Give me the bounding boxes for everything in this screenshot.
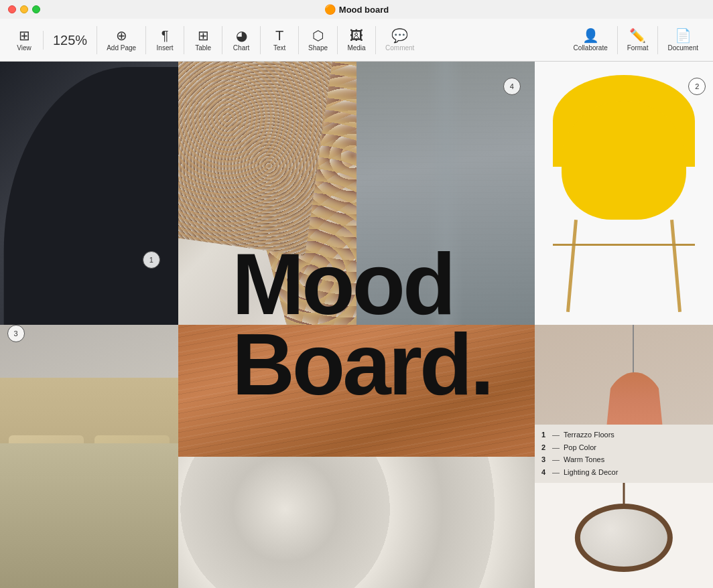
cell-mirror[interactable] bbox=[535, 483, 713, 588]
lamp-pendant-wire bbox=[633, 325, 634, 380]
badge-2: 2 bbox=[688, 78, 706, 95]
shape-icon: ⬡ bbox=[312, 29, 324, 42]
add-page-button[interactable]: ⊕ Add Page bbox=[101, 26, 141, 54]
legend-item-3: 3 — Warm Tones bbox=[541, 453, 706, 466]
chair-leg-1 bbox=[566, 220, 578, 311]
legend-item-2: 2 — Pop Color bbox=[541, 441, 706, 454]
fur-texture bbox=[178, 457, 535, 589]
concrete-wall bbox=[356, 62, 535, 325]
toolbar: ⊞ View 125% 125% ⊕ Add Page ¶ Insert ⊞ T… bbox=[0, 19, 713, 62]
document-group: 📄 Document bbox=[657, 26, 708, 54]
format-icon: ✏️ bbox=[629, 29, 646, 42]
app-icon: 🟠 bbox=[324, 4, 336, 15]
badge-1: 1 bbox=[143, 251, 160, 269]
shape-group: ⬡ Shape bbox=[298, 26, 337, 54]
chair-leg-2 bbox=[670, 220, 682, 311]
minimize-button[interactable] bbox=[20, 5, 28, 13]
cell-b2-wood[interactable] bbox=[178, 325, 535, 457]
zoom-group: 125% 125% bbox=[43, 31, 96, 50]
chart-group: ◕ Chart bbox=[222, 26, 260, 54]
media-button[interactable]: 🖼 Media bbox=[342, 26, 371, 54]
cell-2-terrazzo[interactable] bbox=[178, 62, 356, 325]
chair-curve bbox=[3, 67, 178, 325]
insert-group: ¶ Insert bbox=[145, 26, 184, 54]
collaborate-icon: 👤 bbox=[582, 29, 599, 42]
top-row bbox=[0, 62, 713, 325]
bottom-row: 1 — Terrazzo Floors 2 — Pop Color 3 — Wa… bbox=[0, 325, 713, 588]
view-button[interactable]: ⊞ View bbox=[9, 26, 39, 54]
close-button[interactable] bbox=[8, 5, 16, 13]
title-text: Mood board bbox=[339, 5, 389, 15]
cell-b1-couch[interactable] bbox=[0, 325, 178, 588]
text-button[interactable]: T Text bbox=[265, 26, 294, 54]
wood-grain-texture bbox=[178, 325, 535, 457]
titlebar: 🟠 Mood board bbox=[0, 0, 713, 19]
insert-button[interactable]: ¶ Insert bbox=[150, 26, 180, 54]
canvas: 1 — Terrazzo Floors 2 — Pop Color 3 — Wa… bbox=[0, 62, 713, 588]
zoom-icon: 125% bbox=[53, 33, 87, 47]
zoom-button[interactable]: 125% 125% bbox=[48, 31, 92, 50]
maximize-button[interactable] bbox=[32, 5, 40, 13]
chart-button[interactable]: ◕ Chart bbox=[226, 26, 256, 54]
couch-seat bbox=[0, 443, 178, 588]
media-icon: 🖼 bbox=[350, 29, 363, 42]
cell-1-chair[interactable] bbox=[0, 62, 178, 325]
legend-item-4: 4 — Lighting & Decor bbox=[541, 466, 706, 479]
add-page-icon: ⊕ bbox=[116, 29, 127, 42]
badge-4: 4 bbox=[503, 78, 521, 95]
chair-seat-piece bbox=[562, 101, 686, 220]
comment-icon: 💬 bbox=[391, 29, 408, 42]
cell-b4-right: 1 — Terrazzo Floors 2 — Pop Color 3 — Wa… bbox=[535, 325, 713, 588]
document-icon: 📄 bbox=[675, 29, 692, 42]
comment-group: 💬 Comment bbox=[375, 26, 424, 54]
collaborate-button[interactable]: 👤 Collaborate bbox=[568, 26, 613, 54]
chair-crossbar bbox=[553, 244, 696, 246]
mirror-circle bbox=[575, 504, 673, 572]
view-group: ⊞ View bbox=[5, 26, 43, 54]
collaborate-group: 👤 Collaborate bbox=[564, 26, 617, 54]
cell-b23-center bbox=[178, 325, 535, 588]
legend-item-1: 1 — Terrazzo Floors bbox=[541, 429, 706, 441]
window-title: 🟠 Mood board bbox=[324, 4, 389, 15]
table-button[interactable]: ⊞ Table bbox=[188, 26, 218, 54]
text-group: T Text bbox=[260, 26, 298, 54]
document-button[interactable]: 📄 Document bbox=[662, 26, 704, 54]
legend-area: 1 — Terrazzo Floors 2 — Pop Color 3 — Wa… bbox=[535, 425, 713, 483]
text-icon: T bbox=[275, 29, 283, 42]
traffic-lights[interactable] bbox=[8, 5, 40, 13]
chart-icon: ◕ bbox=[236, 29, 247, 42]
format-group: ✏️ Format bbox=[617, 26, 658, 54]
cell-b3-fur[interactable] bbox=[178, 457, 535, 589]
add-page-group: ⊕ Add Page bbox=[96, 26, 145, 54]
media-group: 🖼 Media bbox=[337, 26, 375, 54]
view-icon: ⊞ bbox=[19, 29, 30, 42]
lamp-cell[interactable]: 1 — Terrazzo Floors 2 — Pop Color 3 — Wa… bbox=[535, 325, 713, 483]
table-group: ⊞ Table bbox=[184, 26, 222, 54]
comment-button[interactable]: 💬 Comment bbox=[380, 26, 419, 54]
yellow-chair bbox=[535, 62, 713, 325]
insert-icon: ¶ bbox=[161, 29, 169, 42]
badge-3: 3 bbox=[7, 325, 25, 342]
shape-button[interactable]: ⬡ Shape bbox=[303, 26, 333, 54]
cell-3-concrete-yellow[interactable] bbox=[356, 62, 713, 325]
table-icon: ⊞ bbox=[198, 29, 209, 42]
format-button[interactable]: ✏️ Format bbox=[622, 26, 654, 54]
